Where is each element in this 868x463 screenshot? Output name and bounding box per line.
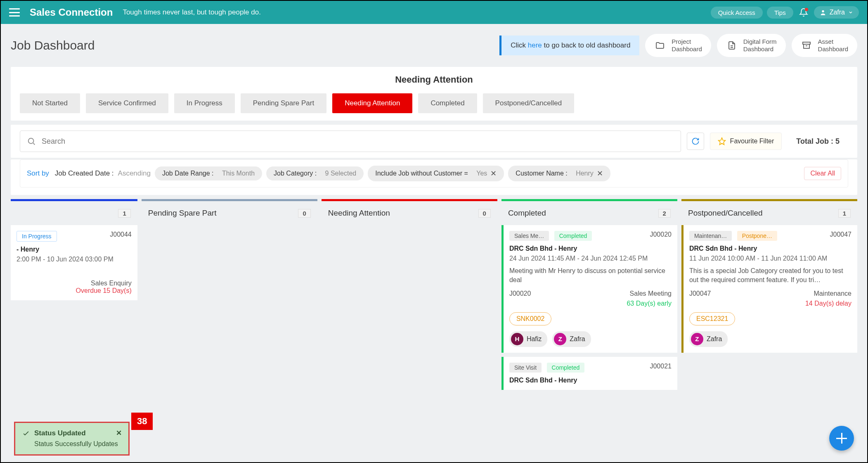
kanban-column: Completed 2 Sales Me… Completed J00020 D… — [501, 199, 677, 394]
kanban-column: 1 In Progress J00044 - Henry 2:00 PM - 1… — [11, 199, 137, 394]
card-title: DRC Sdn Bhd - Henry — [689, 245, 851, 252]
job-card[interactable]: Site Visit Completed J00021 DRC Sdn Bhd … — [501, 357, 677, 390]
search-wrap — [20, 131, 681, 152]
user-menu[interactable]: Zafra — [814, 6, 859, 19]
sort-field: Job Created Date : — [55, 169, 114, 178]
star-icon — [718, 137, 726, 145]
quick-access-button[interactable]: Quick Access — [711, 7, 763, 19]
add-button[interactable] — [829, 426, 854, 451]
column-count: 0 — [478, 209, 491, 218]
notifications-button[interactable] — [797, 6, 810, 19]
folder-icon — [654, 40, 666, 51]
card-category: Sales Enquiry — [17, 280, 132, 287]
avatar: ZZafra — [689, 331, 728, 347]
tab-in-progress[interactable]: In Progress — [174, 93, 235, 113]
card-title: - Henry — [17, 246, 132, 253]
reference-pill: ESC12321 — [689, 312, 735, 325]
refresh-icon — [691, 137, 700, 145]
tab-completed[interactable]: Completed — [418, 93, 477, 113]
toast-title: Status Updated — [34, 429, 86, 437]
old-dashboard-link[interactable]: here — [528, 41, 542, 49]
job-card[interactable]: Maintenan… Postpone… J00047 DRC Sdn Bhd … — [681, 225, 857, 353]
status-badge: In Progress — [17, 231, 57, 242]
job-card[interactable]: In Progress J00044 - Henry 2:00 PM - 10 … — [11, 225, 137, 300]
status-tabs-card: Needing Attention Not Started Service Co… — [11, 67, 857, 121]
card-days: 14 Day(s) delay — [689, 300, 851, 307]
kanban-column: Pending Spare Part 0 — [142, 199, 317, 394]
tab-not-started[interactable]: Not Started — [20, 93, 80, 113]
hamburger-icon[interactable] — [9, 8, 20, 17]
card-days: 63 Day(s) early — [509, 300, 672, 307]
card-foot-right: Maintenance — [814, 290, 851, 297]
project-dashboard-button[interactable]: ProjectDashboard — [645, 34, 711, 57]
asset-dashboard-button[interactable]: AssetDashboard — [792, 34, 857, 57]
status-badge: Completed — [554, 231, 592, 241]
sort-by-label[interactable]: Sort by — [27, 169, 49, 178]
tab-postponed-cancelled[interactable]: Postponed/Cancelled — [483, 93, 575, 113]
search-card: Favourite Filter Total Job : 5 — [11, 125, 857, 158]
clear-all-button[interactable]: Clear All — [804, 167, 841, 180]
avatar-initial: Z — [691, 333, 703, 345]
filter-chip-customer-name[interactable]: Customer Name : Henry✕ — [508, 166, 610, 181]
avatar-initial: Z — [554, 333, 566, 345]
job-card[interactable]: Sales Me… Completed J00020 DRC Sdn Bhd -… — [501, 225, 677, 353]
filters-row: Sort by Job Created Date : Ascending Job… — [20, 159, 848, 188]
tab-needing-attention[interactable]: Needing Attention — [332, 93, 412, 113]
card-title: DRC Sdn Bhd - Henry — [509, 377, 672, 384]
column-count: 1 — [118, 209, 130, 218]
tab-service-confirmed[interactable]: Service Confirmed — [86, 93, 168, 113]
card-dates: 2:00 PM - 10 Jun 2024 03:00 PM — [17, 256, 132, 263]
digital-form-dashboard-button[interactable]: Digital FormDashboard — [717, 34, 786, 57]
user-icon — [820, 9, 826, 16]
toast-body: Status Successfully Updates — [34, 440, 122, 449]
sort-direction[interactable]: Ascending — [118, 169, 151, 178]
red-count-badge: 38 — [131, 413, 153, 430]
page-head: Job Dashboard Click here to go back to o… — [1, 24, 867, 63]
old-dashboard-notice: Click here to go back to old dashboard — [499, 36, 639, 55]
card-dates: 11 Jun 2024 10:00 AM - 11 Jun 2024 11:00… — [689, 255, 851, 262]
column-header: Postponed/Cancelled 1 — [681, 201, 857, 225]
close-icon[interactable]: ✕ — [116, 429, 122, 437]
user-name: Zafra — [830, 9, 845, 16]
tagline-text: Tough times never last, but tough people… — [123, 8, 261, 17]
tab-pending-spare-part[interactable]: Pending Spare Part — [241, 93, 326, 113]
card-foot-right: Sales Meeting — [630, 290, 672, 297]
avatar-row: HHafiz ZZafra — [509, 331, 672, 347]
column-count: 0 — [298, 209, 310, 218]
close-icon[interactable]: ✕ — [597, 169, 603, 178]
brand-title: Sales Connection — [30, 7, 113, 18]
avatar: HHafiz — [509, 331, 547, 347]
column-count: 2 — [658, 209, 671, 218]
notification-dot-icon — [805, 8, 808, 11]
archive-icon — [801, 40, 812, 51]
favourite-filter-button[interactable]: Favourite Filter — [710, 133, 782, 150]
status-toast: Status Updated ✕ Status Successfully Upd… — [14, 422, 130, 456]
card-desc: Meeting with Mr Henry to discuss on pote… — [509, 266, 672, 285]
card-overdue: Overdue 15 Day(s) — [17, 287, 132, 294]
column-header: Completed 2 — [501, 201, 677, 225]
card-title: DRC Sdn Bhd - Henry — [509, 245, 672, 252]
filter-chip-date-range[interactable]: Job Date Range : This Month — [155, 166, 262, 180]
svg-point-0 — [822, 10, 824, 12]
card-dates: 24 Jun 2024 11:45 AM - 24 Jun 2024 12:45… — [509, 255, 672, 262]
job-number: J00021 — [650, 363, 672, 370]
card-foot-left: J00020 — [509, 290, 531, 297]
refresh-button[interactable] — [687, 133, 704, 150]
card-foot-left: J00047 — [689, 290, 711, 297]
filter-chip-include-without-customer[interactable]: Include Job without Customer = Yes✕ — [368, 166, 504, 181]
svg-rect-1 — [803, 42, 810, 44]
svg-marker-3 — [718, 138, 725, 145]
column-header: Needing Attention 0 — [322, 201, 497, 225]
kanban-column: Postponed/Cancelled 1 Maintenan… Postpon… — [681, 199, 857, 394]
section-title: Needing Attention — [20, 74, 848, 85]
close-icon[interactable]: ✕ — [490, 169, 497, 178]
filter-chip-job-category[interactable]: Job Category : 9 Selected — [266, 166, 364, 180]
search-input[interactable] — [42, 137, 674, 146]
document-icon — [726, 40, 738, 51]
total-job-count: Total Job : 5 — [788, 132, 848, 151]
job-number: J00020 — [650, 231, 672, 238]
column-header: 1 — [11, 201, 137, 225]
kanban-board: 1 In Progress J00044 - Henry 2:00 PM - 1… — [1, 199, 867, 394]
svg-point-2 — [28, 138, 34, 144]
tips-button[interactable]: Tips — [767, 7, 793, 19]
